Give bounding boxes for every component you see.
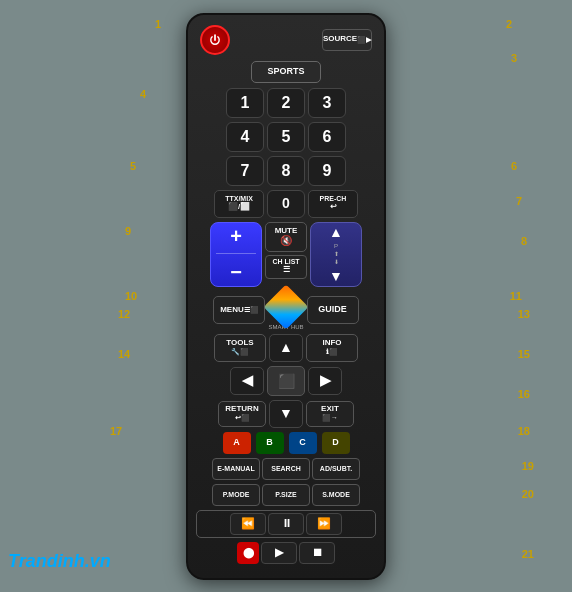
label-7: 7 xyxy=(516,195,522,207)
smart-hub-button[interactable]: SMART HUB xyxy=(268,291,303,330)
menu-button[interactable]: MENU ☰⬛ xyxy=(213,296,265,324)
num-9-button[interactable]: 9 xyxy=(308,156,346,186)
num-8-button[interactable]: 8 xyxy=(267,156,305,186)
label-2: 2 xyxy=(506,18,512,30)
fast-forward-button[interactable]: ⏩ xyxy=(306,513,342,535)
num-4-button[interactable]: 4 xyxy=(226,122,264,152)
info-button[interactable]: INFO ℹ⬛ xyxy=(306,334,358,362)
channel-control[interactable]: ▲ P ⬆ ⬇ ▼ xyxy=(310,222,362,287)
label-20: 20 xyxy=(522,488,534,500)
label-19: 19 xyxy=(522,460,534,472)
num-6-button[interactable]: 6 xyxy=(308,122,346,152)
rewind-button[interactable]: ⏪ xyxy=(230,513,266,535)
label-14: 14 xyxy=(118,348,130,360)
label-21: 21 xyxy=(522,548,534,560)
channel-up-button[interactable]: ▲ xyxy=(329,224,343,240)
play-button[interactable]: ▶ xyxy=(261,542,297,564)
volume-down-button[interactable]: − xyxy=(230,262,242,282)
tools-button[interactable]: TOOLS 🔧⬛ xyxy=(214,334,266,362)
ch-list-button[interactable]: CH LIST ☰ xyxy=(265,255,307,279)
search-button[interactable]: SEARCH xyxy=(262,458,310,480)
channel-down-button[interactable]: ▼ xyxy=(329,268,343,284)
guide-button[interactable]: GUIDE xyxy=(307,296,359,324)
volume-up-button[interactable]: + xyxy=(230,226,242,246)
pause-button[interactable]: ⏸ xyxy=(268,513,304,535)
source-button[interactable]: SOURCE ⬛▶ xyxy=(322,29,372,51)
num-3-button[interactable]: 3 xyxy=(308,88,346,118)
num-0-button[interactable]: 0 xyxy=(267,190,305,218)
num-5-button[interactable]: 5 xyxy=(267,122,305,152)
record-button[interactable]: ⬤ xyxy=(237,542,259,564)
label-9: 9 xyxy=(125,225,131,237)
down-button[interactable]: ▼ xyxy=(269,400,303,428)
label-12: 12 xyxy=(118,308,130,320)
e-manual-button[interactable]: E-MANUAL xyxy=(212,458,260,480)
label-8: 8 xyxy=(521,235,527,247)
label-13: 13 xyxy=(518,308,530,320)
label-10: 10 xyxy=(125,290,137,302)
watermark: Trandinh.vn xyxy=(8,551,111,572)
left-button[interactable]: ◀ xyxy=(230,367,264,395)
label-3: 3 xyxy=(511,52,517,64)
s-mode-button[interactable]: S.MODE xyxy=(312,484,360,506)
right-button[interactable]: ▶ xyxy=(308,367,342,395)
p-mode-button[interactable]: P.MODE xyxy=(212,484,260,506)
pre-ch-button[interactable]: PRE-CH ↩ xyxy=(308,190,358,218)
exit-button[interactable]: EXIT ⬛→ xyxy=(306,401,354,427)
stop-button[interactable]: ⏹ xyxy=(299,542,335,564)
label-4: 4 xyxy=(140,88,146,100)
p-size-button[interactable]: P.SIZE xyxy=(262,484,310,506)
up-button[interactable]: ▲ xyxy=(269,334,303,362)
label-15: 15 xyxy=(518,348,530,360)
label-1: 1 xyxy=(155,18,161,30)
num-2-button[interactable]: 2 xyxy=(267,88,305,118)
sports-button[interactable]: SPORTS xyxy=(251,61,321,83)
num-1-button[interactable]: 1 xyxy=(226,88,264,118)
volume-control[interactable]: + − xyxy=(210,222,262,287)
label-16: 16 xyxy=(518,388,530,400)
ad-subt-button[interactable]: AD/SUBT. xyxy=(312,458,360,480)
power-button[interactable] xyxy=(200,25,230,55)
color-d-button[interactable]: D xyxy=(322,432,350,454)
ok-button[interactable]: ⬛ xyxy=(267,366,305,396)
label-5: 5 xyxy=(130,160,136,172)
ttx-mix-button[interactable]: TTX/MIX ⬛/⬜ xyxy=(214,190,264,218)
return-button[interactable]: RETURN ↩⬛ xyxy=(218,401,266,427)
num-7-button[interactable]: 7 xyxy=(226,156,264,186)
label-18: 18 xyxy=(518,425,530,437)
color-c-button[interactable]: C xyxy=(289,432,317,454)
label-11: 11 xyxy=(510,290,522,302)
color-b-button[interactable]: B xyxy=(256,432,284,454)
label-17: 17 xyxy=(110,425,122,437)
color-a-button[interactable]: A xyxy=(223,432,251,454)
label-6: 6 xyxy=(511,160,517,172)
remote-body: SOURCE ⬛▶ SPORTS 1 2 3 4 5 6 7 8 9 TTX/M… xyxy=(186,13,386,580)
mute-button[interactable]: MUTE 🔇 xyxy=(265,222,307,252)
